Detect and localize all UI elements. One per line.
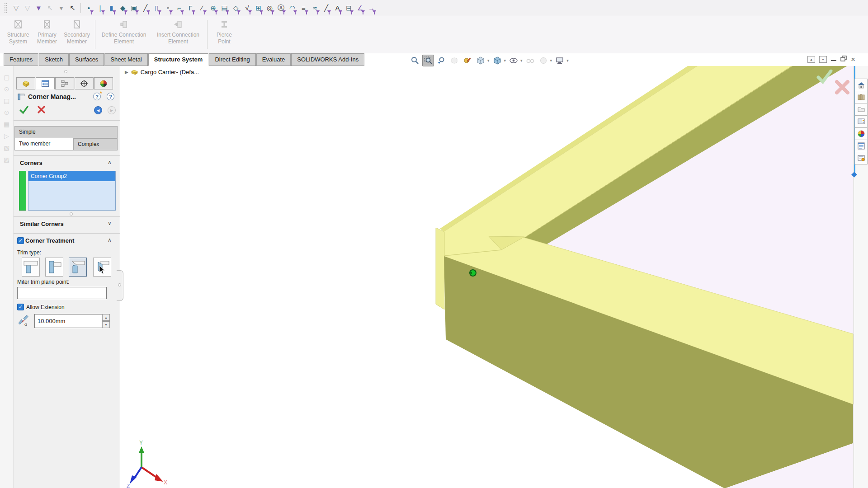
help-icon[interactable]: ?	[107, 93, 114, 100]
select-cursor-icon[interactable]: ↖	[67, 2, 78, 14]
hide-show-items-icon[interactable]	[524, 55, 536, 66]
pin-forward-icon[interactable]: ▶	[108, 106, 116, 114]
tab-sheet-metal[interactable]: Sheet Metal	[104, 53, 147, 66]
angle-filter-icon[interactable]: ∠	[354, 2, 366, 14]
confirmation-cancel-ghost-icon[interactable]	[835, 80, 850, 96]
axis-filter-icon[interactable]: ╱	[140, 2, 151, 14]
display-style-caret[interactable]: ▾	[520, 58, 523, 63]
select-dropdown-caret[interactable]: ▾	[56, 2, 67, 14]
locked-icon[interactable]: ▢	[2, 71, 12, 83]
sketch-filter-icon[interactable]: ⌐	[174, 2, 185, 14]
view-palette-icon[interactable]	[854, 115, 868, 128]
configuration-manager-tab[interactable]	[55, 77, 74, 89]
viewport-3d-scene[interactable]: Y X Z	[120, 66, 854, 488]
filter-clear-all-icon[interactable]: ▽	[22, 2, 33, 14]
origin-filter-icon[interactable]: ⊕	[208, 2, 219, 14]
confirmation-ok-ghost-icon[interactable]	[816, 70, 833, 85]
options-monitor-caret[interactable]: ▾	[566, 58, 569, 63]
select-cursor-ghost-icon[interactable]: ↖	[44, 2, 56, 14]
table-filter-icon[interactable]: ⊟	[343, 2, 354, 14]
tab-two-member[interactable]: Two member	[14, 138, 73, 150]
unlock-icon[interactable]: ⊙	[2, 83, 12, 95]
surface-finish-filter-icon[interactable]: √	[241, 2, 253, 14]
chevron-down-icon[interactable]: ∨	[108, 220, 112, 226]
structure-system-button[interactable]: Structure System	[4, 19, 33, 45]
insert-connection-element-button[interactable]: Insert Connection Element	[151, 19, 205, 45]
curve-filter-icon[interactable]: ◠	[287, 2, 298, 14]
sketch-segment-filter-icon[interactable]: Γ	[185, 2, 196, 14]
display-manager-tab[interactable]	[94, 77, 113, 89]
centerline-filter-icon[interactable]: ∕	[196, 2, 208, 14]
vertex-filter-icon[interactable]: •	[83, 2, 94, 14]
tab-sketch[interactable]: Sketch	[39, 53, 69, 66]
tree-expand-arrow[interactable]: ▶	[125, 70, 128, 75]
options-monitor-icon[interactable]	[554, 55, 566, 66]
define-connection-element-button[interactable]: Define Connection Element	[97, 19, 151, 45]
ok-button[interactable]	[19, 105, 29, 116]
property-manager-tab[interactable]	[36, 77, 55, 89]
keep-visible-back-icon[interactable]: ◀	[94, 106, 102, 114]
beam-end-face[interactable]	[436, 228, 444, 310]
edge-filter-icon[interactable]: |	[94, 2, 106, 14]
dimxpert-manager-tab[interactable]	[75, 77, 94, 89]
tab-solidworks-addins[interactable]: SOLIDWORKS Add-Ins	[291, 53, 364, 66]
tab-evaluate[interactable]: Evaluate	[256, 53, 291, 66]
cancel-button[interactable]	[37, 105, 46, 115]
chevron-up-icon[interactable]: ∧	[108, 237, 112, 243]
face-filter-icon[interactable]: ▮	[106, 2, 117, 14]
edit-appearance-icon[interactable]	[462, 55, 473, 66]
spinner-down-button[interactable]: ▼	[102, 321, 110, 328]
extension-length-input[interactable]	[34, 314, 102, 328]
database-icon[interactable]: ▤	[2, 95, 12, 107]
balloon-filter-icon[interactable]: ╱	[321, 2, 332, 14]
trim-miter-button[interactable]	[69, 258, 87, 277]
surface-body-filter-icon[interactable]: ◆	[117, 2, 128, 14]
corners-section-header[interactable]: Corners	[20, 160, 42, 166]
appearances-scenes-icon[interactable]	[854, 127, 868, 140]
panel-collapse-tab[interactable]	[117, 270, 123, 301]
whats-new-help-icon[interactable]: ?★	[93, 93, 101, 100]
form-gear-icon[interactable]: ▦	[2, 118, 12, 130]
feature-tree-root[interactable]: ▶ Cargo Carrier- (Defa...	[125, 69, 199, 75]
note-filter-icon[interactable]: ◎	[264, 2, 275, 14]
apply-scene-caret[interactable]: ▾	[487, 58, 490, 63]
minimize-button[interactable]	[831, 60, 836, 61]
tab-structure-system[interactable]: Structure System	[148, 53, 209, 66]
coordinate-system-filter-icon[interactable]: ▤	[219, 2, 230, 14]
previous-view-icon[interactable]	[435, 55, 447, 66]
corner-treatment-checkbox[interactable]: ✓	[17, 237, 24, 244]
listbox-resize-handle[interactable]	[70, 212, 73, 216]
restore-button[interactable]	[840, 56, 847, 63]
forum-icon[interactable]	[854, 152, 868, 164]
view-settings-caret[interactable]: ▾	[550, 58, 552, 63]
view-orientation-icon[interactable]	[491, 55, 503, 66]
corner-group-item[interactable]: Corner Group2	[28, 171, 115, 181]
view-orientation-caret[interactable]: ▾	[504, 58, 506, 63]
trim-first-body-button[interactable]	[22, 258, 40, 277]
search-magnifier-icon[interactable]: ⊙	[2, 107, 12, 118]
file-explorer-icon[interactable]	[854, 103, 868, 116]
datum-target-filter-icon[interactable]: →	[366, 2, 377, 14]
trim-full-body-button[interactable]	[45, 258, 63, 277]
secondary-member-button[interactable]: Secondary Member	[61, 19, 92, 45]
display-style-icon[interactable]	[508, 55, 519, 66]
similar-corners-section-header[interactable]: Similar Corners	[20, 221, 64, 227]
view-settings-icon[interactable]	[538, 55, 549, 66]
hatch-filter-icon[interactable]: ≡	[298, 2, 309, 14]
chevron-up-icon[interactable]: ∧	[108, 159, 112, 165]
custom-properties-icon[interactable]	[854, 140, 868, 152]
section-view-icon[interactable]	[448, 55, 460, 66]
feature-manager-tab[interactable]	[16, 77, 35, 89]
tab-simple[interactable]: Simple	[14, 126, 118, 138]
filter-stack-icon[interactable]: ▼	[33, 2, 44, 14]
plane-filter-icon[interactable]: ▯	[151, 2, 162, 14]
pierce-point-button[interactable]: Pierce Point	[209, 19, 240, 45]
apply-scene-icon[interactable]	[475, 55, 486, 66]
corner-group-listbox[interactable]: Corner Group2	[28, 171, 116, 211]
image-cut-icon[interactable]: ▨	[2, 154, 12, 165]
tab-surfaces[interactable]: Surfaces	[69, 53, 104, 66]
miter-trim-plane-point-input[interactable]	[17, 287, 107, 299]
midpoint-filter-icon[interactable]: ◇	[230, 2, 241, 14]
document-export-icon[interactable]: ▷	[2, 130, 12, 142]
solid-body-filter-icon[interactable]: ▣	[128, 2, 140, 14]
